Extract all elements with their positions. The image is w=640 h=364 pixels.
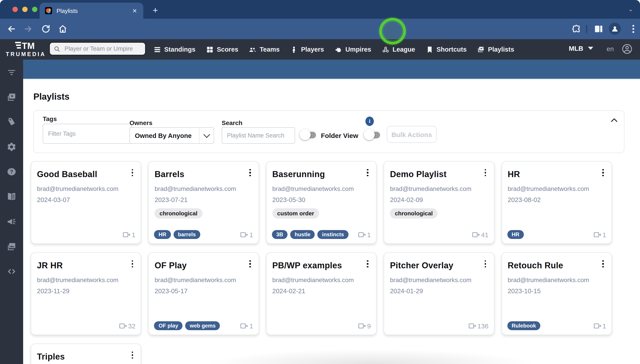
- global-search-box[interactable]: [49, 42, 146, 56]
- nav-item-scores[interactable]: Scores: [206, 46, 238, 53]
- bulk-actions-toggle[interactable]: [365, 130, 380, 139]
- card-menu-kebab-icon[interactable]: [128, 350, 136, 360]
- video-count-number: 1: [602, 231, 606, 238]
- playlist-card[interactable]: JR HR brad@trumedianetworks.com 2023-11-…: [31, 252, 141, 335]
- browser-tab-playlists[interactable]: Playlists ✕: [40, 3, 143, 19]
- sidebar-item-guide-book[interactable]: [0, 188, 23, 206]
- nav-item-teams[interactable]: Teams: [249, 46, 280, 53]
- card-menu-kebab-icon[interactable]: [128, 168, 136, 178]
- page-title: Playlists: [34, 92, 70, 102]
- nav-item-playlists[interactable]: Playlists: [477, 46, 514, 53]
- window-minimize-button[interactable]: [22, 7, 28, 12]
- sidebar-item-tag[interactable]: [0, 113, 23, 131]
- extensions-icon[interactable]: [572, 24, 581, 34]
- nav-item-standings[interactable]: Standings: [154, 46, 196, 53]
- playlist-owner: brad@trumedianetworks.com: [272, 276, 370, 284]
- toolbar-separator: [586, 25, 587, 33]
- folder-view-toggle[interactable]: [301, 130, 316, 139]
- playlist-card[interactable]: Pitcher Overlay brad@trumedianetworks.co…: [384, 252, 494, 335]
- side-panel-icon[interactable]: [594, 24, 604, 34]
- playlist-card[interactable]: Good Baseball brad@trumedianetworks.com …: [31, 161, 141, 244]
- browser-profile-avatar[interactable]: [609, 23, 621, 35]
- league-selector[interactable]: MLB: [569, 44, 593, 52]
- account-profile-icon[interactable]: [621, 43, 633, 55]
- forward-button[interactable]: [23, 24, 33, 34]
- playlist-card[interactable]: Retouch Rule brad@trumedianetworks.com 2…: [501, 252, 612, 335]
- guide-book-icon: [7, 192, 16, 202]
- info-icon[interactable]: i: [366, 116, 374, 126]
- video-count: 1: [593, 230, 606, 239]
- card-menu-kebab-icon[interactable]: [481, 168, 489, 178]
- language-selector[interactable]: en: [606, 46, 614, 52]
- playlist-name-search-input[interactable]: [222, 127, 295, 144]
- playlist-title: JR HR: [37, 261, 135, 270]
- playlist-card[interactable]: Triples brad@trumedianetworks.com: [31, 344, 141, 364]
- nav-item-umpires[interactable]: Umpires: [335, 46, 371, 53]
- trumedia-logo[interactable]: TM TRUMEDIA: [4, 40, 47, 58]
- collapse-panel-chevron-icon[interactable]: [611, 117, 618, 123]
- sidebar-item-help[interactable]: ?: [0, 163, 23, 181]
- video-camera-icon: [118, 322, 127, 330]
- playlist-owner: brad@trumedianetworks.com: [37, 185, 135, 192]
- video-camera-icon: [122, 230, 131, 239]
- playlist-owner: brad@trumedianetworks.com: [390, 276, 488, 284]
- card-menu-kebab-icon[interactable]: [481, 259, 489, 269]
- sidebar-item-announcements[interactable]: [0, 213, 23, 230]
- bulk-actions-button[interactable]: Bulk Actions: [387, 126, 436, 143]
- filter-tags-input[interactable]: [43, 124, 132, 144]
- playlist-tag-row: 3Bhustleinstincts: [272, 230, 358, 239]
- reload-button[interactable]: [41, 24, 51, 34]
- card-menu-kebab-icon[interactable]: [364, 259, 372, 269]
- playlist-date: 2023-05-17: [155, 288, 253, 294]
- card-menu-kebab-icon[interactable]: [599, 259, 607, 269]
- playlist-card[interactable]: Demo Playlist brad@trumedianetworks.com …: [384, 161, 494, 244]
- nav-item-league[interactable]: League: [382, 46, 415, 53]
- window-close-button[interactable]: [12, 7, 18, 12]
- video-count: 136: [468, 322, 488, 330]
- sidebar-item-code[interactable]: [0, 262, 23, 280]
- browser-window: Playlists ✕ + ⌄ mlbdemo.trumedianetworks…: [0, 0, 640, 364]
- playlist-owner: brad@trumedianetworks.com: [272, 185, 370, 192]
- card-menu-kebab-icon[interactable]: [246, 168, 254, 178]
- card-bottom-row: 3Bhustleinstincts 1: [272, 230, 371, 239]
- global-search-input[interactable]: [64, 45, 142, 52]
- tab-close-icon[interactable]: ✕: [130, 6, 139, 15]
- new-tab-button[interactable]: +: [150, 4, 161, 16]
- playlist-owner: brad@trumedianetworks.com: [508, 185, 606, 192]
- card-menu-kebab-icon[interactable]: [364, 168, 372, 178]
- playlist-tag: web gems: [185, 321, 220, 330]
- card-bottom-row: HRbarrels 1: [154, 230, 253, 239]
- owners-select[interactable]: Owned By Anyone: [130, 127, 214, 144]
- video-count: 1: [122, 230, 136, 239]
- main-nav: StandingsScoresTeamsPlayersUmpiresLeague…: [154, 39, 514, 60]
- browser-toolbar: mlbdemo.trumedianetworks.com/baseball/pl…: [0, 19, 640, 39]
- playlist-card[interactable]: Barrels brad@trumedianetworks.com 2023-0…: [148, 161, 259, 244]
- playlist-title: Triples: [37, 352, 135, 362]
- tab-search-chevron-icon[interactable]: ⌄: [626, 4, 636, 14]
- filter-icon: [7, 67, 16, 77]
- playlist-card[interactable]: OF Play brad@trumedianetworks.com 2023-0…: [148, 252, 259, 335]
- sidebar-item-video-playlist[interactable]: [0, 88, 23, 106]
- home-button[interactable]: [58, 24, 68, 34]
- sidebar-item-filter[interactable]: [0, 63, 23, 81]
- card-menu-kebab-icon[interactable]: [128, 259, 136, 269]
- browser-menu-icon[interactable]: [628, 24, 638, 33]
- nav-item-players[interactable]: Players: [290, 46, 324, 53]
- playlist-title: Good Baseball: [37, 170, 135, 179]
- video-count-number: 1: [602, 322, 606, 330]
- playlist-tag: HR: [154, 230, 171, 239]
- sidebar-item-media-gallery[interactable]: [0, 238, 23, 256]
- search-label: Search: [222, 119, 242, 126]
- nav-item-shortcuts[interactable]: Shortcuts: [426, 46, 467, 53]
- window-maximize-button[interactable]: [32, 7, 38, 12]
- card-menu-kebab-icon[interactable]: [246, 259, 254, 269]
- video-camera-icon: [358, 322, 366, 330]
- playlist-card[interactable]: HR brad@trumedianetworks.com 2023-08-02 …: [501, 161, 612, 244]
- video-count: 1: [593, 322, 606, 330]
- card-menu-kebab-icon[interactable]: [599, 168, 607, 178]
- back-button[interactable]: [7, 24, 16, 34]
- chevron-down-icon: [588, 47, 593, 50]
- playlist-card[interactable]: PB/WP examples brad@trumedianetworks.com…: [266, 252, 377, 335]
- playlist-card[interactable]: Baserunning brad@trumedianetworks.com 20…: [266, 161, 377, 244]
- sidebar-item-settings[interactable]: [0, 138, 23, 156]
